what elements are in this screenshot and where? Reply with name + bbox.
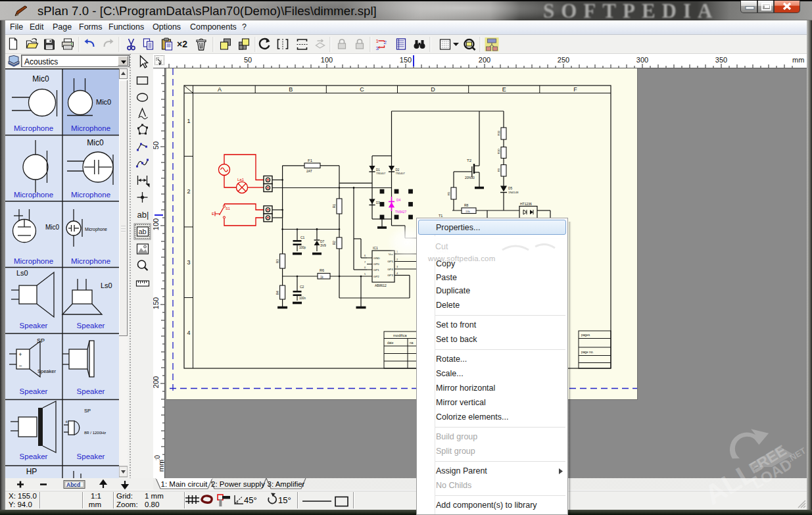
svg-text:R5: R5 [447, 191, 450, 195]
svg-text:date: date [387, 341, 394, 345]
svg-text:50: 50 [244, 56, 252, 64]
svg-text:Speaker: Speaker [37, 368, 56, 374]
svg-text:3: 3 [187, 259, 190, 266]
svg-text:1: 1 [187, 118, 190, 124]
svg-text:R11: R11 [497, 130, 500, 135]
svg-text:ab: ab [139, 228, 147, 235]
svg-text:Mic0: Mic0 [32, 74, 49, 84]
svg-text:15°: 15° [278, 495, 291, 505]
svg-text:4: 4 [396, 272, 398, 275]
svg-text:0: 0 [364, 266, 366, 269]
svg-text:150: 150 [153, 297, 160, 309]
svg-text:La1: La1 [237, 178, 245, 182]
svg-text:13k: 13k [466, 210, 471, 213]
svg-text:E: E [212, 212, 214, 216]
svg-text:100: 100 [153, 218, 160, 230]
svg-text:1k: 1k [320, 276, 324, 279]
svg-text:modifica: modifica [393, 333, 407, 337]
svg-text:HP: HP [26, 467, 37, 476]
svg-text:3: Amplifier: 3: Amplifier [268, 480, 305, 488]
svg-text:GP1: GP1 [373, 268, 379, 272]
svg-text:×2: ×2 [177, 39, 187, 49]
svg-text:150: 150 [400, 56, 412, 64]
svg-text:100n: 100n [299, 297, 306, 300]
svg-text:Speaker: Speaker [77, 453, 105, 460]
svg-text:3: 3 [396, 266, 398, 268]
svg-text:SP: SP [84, 408, 91, 414]
svg-text:2AT: 2AT [306, 169, 312, 173]
svg-text:D4: D4 [396, 198, 401, 202]
svg-text:7: 7 [364, 261, 366, 264]
svg-text:R9: R9 [497, 168, 500, 172]
svg-text:Microphone: Microphone [85, 227, 107, 232]
svg-text:50: 50 [153, 141, 160, 149]
svg-text:B: B [289, 86, 293, 93]
svg-text:T2: T2 [467, 159, 472, 162]
svg-text:HT1236: HT1236 [520, 202, 532, 206]
svg-text:Microphone: Microphone [71, 124, 110, 132]
svg-text:350: 350 [715, 56, 727, 64]
svg-text:R6: R6 [320, 268, 324, 272]
svg-text:1N4148: 1N4148 [508, 191, 519, 194]
svg-text:+: + [18, 351, 22, 358]
svg-text:mm: mm [792, 56, 804, 64]
svg-text:GP2: GP2 [373, 275, 379, 278]
svg-text:D: D [431, 86, 435, 93]
svg-text:GP5: GP5 [387, 260, 393, 263]
svg-text:GND: GND [373, 257, 380, 260]
svg-text:3V9: 3V9 [320, 243, 326, 247]
svg-text:2: 2 [187, 188, 190, 195]
svg-text:Microphone: Microphone [71, 257, 110, 265]
svg-text:Ls0: Ls0 [101, 282, 112, 289]
svg-text:200: 200 [153, 376, 160, 388]
svg-text:R2: R2 [333, 241, 336, 245]
svg-text:45°: 45° [244, 495, 257, 505]
svg-text:GP0: GP0 [373, 262, 379, 266]
svg-text:C1: C1 [300, 235, 305, 239]
svg-text:6: 6 [364, 255, 366, 257]
svg-text:1: Main circuit: 1: Main circuit [161, 480, 208, 488]
svg-text:200: 200 [479, 56, 490, 64]
svg-text:Mic0: Mic0 [96, 98, 111, 106]
svg-text:TN5407: TN5407 [396, 172, 406, 175]
svg-text:Microphone: Microphone [14, 124, 53, 132]
svg-text:3: 3 [376, 45, 379, 51]
svg-text:Mic0: Mic0 [87, 138, 104, 147]
svg-text:TN5427: TN5427 [395, 210, 406, 214]
svg-text:Microphone: Microphone [14, 191, 53, 199]
svg-text:4: 4 [187, 330, 190, 336]
svg-text:Speaker: Speaker [20, 453, 48, 460]
svg-text:Speaker: Speaker [77, 322, 105, 330]
svg-text:C2: C2 [300, 285, 304, 289]
svg-text:ab|: ab| [137, 210, 149, 220]
svg-text:2: 2 [396, 258, 398, 261]
svg-text:5: 5 [364, 273, 366, 276]
svg-text:Ls0: Ls0 [16, 269, 28, 277]
svg-text:D5: D5 [508, 187, 512, 190]
svg-text:100p: 100p [299, 246, 306, 249]
svg-text:300: 300 [636, 56, 648, 64]
svg-text:R8: R8 [464, 203, 469, 207]
svg-text:E: E [502, 86, 506, 93]
svg-text:R3: R3 [276, 259, 279, 263]
svg-text:R1: R1 [333, 204, 336, 208]
svg-text:R10: R10 [497, 149, 500, 154]
svg-text:Mic0: Mic0 [45, 224, 60, 231]
svg-text:IC1: IC1 [373, 246, 378, 250]
svg-text:D3: D3 [376, 201, 380, 205]
svg-text:AB8612: AB8612 [375, 283, 387, 287]
svg-text:100: 100 [321, 56, 333, 64]
svg-text:Speaker: Speaker [77, 387, 105, 395]
svg-text:8R / 1200Hz: 8R / 1200Hz [84, 431, 106, 435]
svg-text:−: − [18, 362, 22, 369]
svg-text:Microphone: Microphone [14, 257, 53, 265]
svg-text:C: C [360, 86, 364, 93]
svg-text:na: na [410, 341, 414, 345]
svg-text:Abcd: Abcd [66, 481, 80, 488]
svg-text:Microphone: Microphone [71, 191, 110, 199]
svg-text:F1: F1 [308, 159, 313, 162]
svg-text:S1: S1 [226, 207, 230, 210]
svg-text:TN5407: TN5407 [376, 172, 386, 175]
svg-text:pages: pages [581, 333, 590, 337]
svg-text:GP4: GP4 [387, 268, 393, 271]
